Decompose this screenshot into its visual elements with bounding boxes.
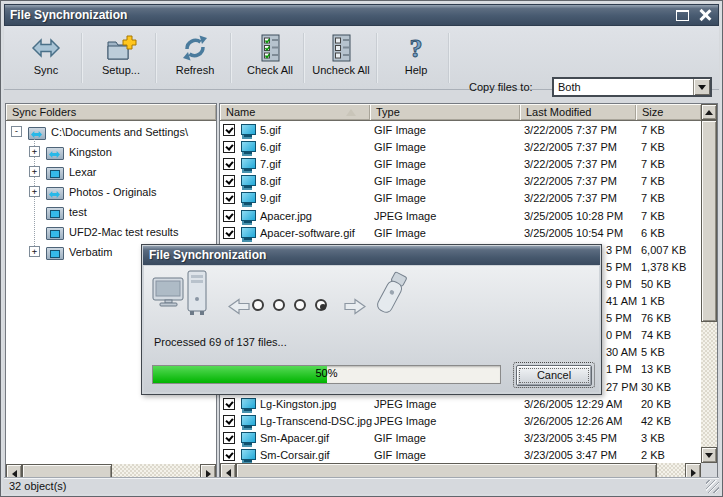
- table-row[interactable]: 6.gif GIF Image 3/22/2005 7:37 PM 7 KB: [220, 139, 701, 156]
- uncheck-all-button[interactable]: Uncheck All: [307, 33, 375, 76]
- tree-item-label[interactable]: C:\Documents and Settings\: [51, 125, 188, 140]
- tree-item-label[interactable]: UFD2-Mac test results: [69, 225, 178, 240]
- row-checkbox[interactable]: [223, 227, 235, 239]
- tree-item[interactable]: test: [6, 204, 211, 220]
- progress-dot: [273, 299, 285, 311]
- row-checkbox[interactable]: [223, 398, 235, 410]
- row-checkbox[interactable]: [223, 449, 235, 461]
- maximize-button[interactable]: [676, 10, 689, 21]
- sync-button[interactable]: Sync: [12, 33, 80, 76]
- resize-grip[interactable]: [706, 480, 719, 493]
- cell-last-modified: 3/23/2005 3:47 PM: [524, 447, 617, 463]
- monitor-file-icon: [240, 192, 256, 205]
- setup-button[interactable]: Setup...: [87, 33, 155, 76]
- tree-item-label[interactable]: Photos - Originals: [69, 185, 156, 200]
- cell-size: 7 KB: [641, 190, 665, 206]
- scrollbar-track[interactable]: [112, 464, 200, 480]
- checklist-checked-icon: [255, 33, 285, 63]
- cancel-button[interactable]: Cancel: [516, 365, 592, 386]
- scroll-up-button[interactable]: [701, 104, 717, 120]
- window-title: File Synchronization: [5, 8, 676, 22]
- tree-expander[interactable]: +: [29, 186, 40, 197]
- tree-item[interactable]: + Lexar: [6, 164, 211, 180]
- cell-size: 76 KB: [641, 310, 671, 326]
- row-checkbox[interactable]: [223, 141, 235, 153]
- scroll-left-button[interactable]: [6, 464, 22, 480]
- row-checkbox[interactable]: [223, 210, 235, 222]
- chevron-down-icon[interactable]: [693, 79, 710, 95]
- scrollbar-thumb[interactable]: [236, 463, 657, 479]
- tree-expander[interactable]: -: [11, 126, 22, 137]
- cell-name: 6.gif: [260, 139, 281, 155]
- cell-size: 3 KB: [641, 430, 665, 446]
- row-checkbox[interactable]: [223, 415, 235, 427]
- scroll-right-button[interactable]: [685, 463, 701, 479]
- cell-size: 7 KB: [641, 173, 665, 189]
- scrollbar-track[interactable]: [701, 322, 717, 447]
- close-button[interactable]: [698, 9, 712, 21]
- table-row[interactable]: 5.gif GIF Image 3/22/2005 7:37 PM 7 KB: [220, 122, 701, 139]
- tree-item-label[interactable]: Verbatim: [69, 245, 112, 260]
- cell-size: 42 KB: [641, 413, 671, 429]
- tree-item[interactable]: - C:\Documents and Settings\: [6, 124, 211, 140]
- scrollbar-thumb[interactable]: [701, 120, 717, 322]
- device-folder-icon: [46, 165, 64, 179]
- sync-arrows-icon: [31, 33, 61, 63]
- row-checkbox[interactable]: [223, 158, 235, 170]
- row-checkbox[interactable]: [223, 192, 235, 204]
- table-row[interactable]: 7.gif GIF Image 3/22/2005 7:37 PM 7 KB: [220, 156, 701, 173]
- scroll-right-button[interactable]: [200, 464, 216, 480]
- column-header-type[interactable]: Type: [370, 104, 520, 121]
- tree-item[interactable]: + Photos - Originals: [6, 184, 211, 200]
- device-folder-icon: [46, 205, 64, 219]
- table-row[interactable]: 9.gif GIF Image 3/22/2005 7:37 PM 7 KB: [220, 190, 701, 207]
- file-list-vertical-scrollbar[interactable]: [701, 104, 717, 463]
- tree-expander[interactable]: +: [29, 166, 40, 177]
- file-list-horizontal-scrollbar[interactable]: [220, 463, 701, 480]
- row-checkbox[interactable]: [223, 124, 235, 136]
- tree-expander[interactable]: +: [29, 246, 40, 257]
- column-header-last-modified[interactable]: Last Modified: [520, 104, 636, 121]
- cell-last-modified: 3/22/2005 7:37 PM: [524, 122, 617, 138]
- table-row[interactable]: Apacer-software.gif GIF Image 3/25/2005 …: [220, 225, 701, 242]
- tree-item-label[interactable]: test: [69, 205, 87, 220]
- refresh-button[interactable]: Refresh: [161, 33, 229, 76]
- tree-horizontal-scrollbar[interactable]: [6, 464, 216, 480]
- status-text: 32 object(s): [9, 480, 66, 492]
- monitor-file-icon: [240, 175, 256, 188]
- copy-files-dropdown[interactable]: Both: [552, 77, 712, 97]
- tree-item-label[interactable]: Lexar: [69, 165, 97, 180]
- table-row[interactable]: Sm-Apacer.gif GIF Image 3/23/2005 3:45 P…: [220, 430, 701, 447]
- scroll-left-button[interactable]: [220, 463, 236, 479]
- cell-name: Lg-Transcend-DSC.jpg: [260, 413, 372, 429]
- column-header-name[interactable]: Name: [220, 104, 370, 121]
- scrollbar-thumb[interactable]: [22, 464, 112, 480]
- table-row[interactable]: Lg-Kingston.jpg JPEG Image 3/26/2005 12:…: [220, 396, 701, 413]
- status-bar: 32 object(s): [4, 479, 719, 493]
- help-button[interactable]: ? Help: [382, 33, 450, 76]
- tree-item[interactable]: + Kingston: [6, 144, 211, 160]
- cell-size: 7 KB: [641, 122, 665, 138]
- column-header-last-modified-label: Last Modified: [526, 106, 591, 118]
- tree-item[interactable]: UFD2-Mac test results: [6, 224, 211, 240]
- check-all-button-label: Check All: [236, 64, 304, 76]
- toolbar-separator: [155, 33, 157, 83]
- table-row[interactable]: 8.gif GIF Image 3/22/2005 7:37 PM 7 KB: [220, 173, 701, 190]
- row-checkbox[interactable]: [223, 432, 235, 444]
- monitor-file-icon: [240, 210, 256, 223]
- scrollbar-track[interactable]: [657, 463, 685, 479]
- copy-files-dropdown-value: Both: [558, 80, 581, 94]
- table-row[interactable]: Lg-Transcend-DSC.jpg JPEG Image 3/26/200…: [220, 413, 701, 430]
- check-all-button[interactable]: Check All: [236, 33, 304, 76]
- cell-size: 6 KB: [641, 225, 665, 241]
- table-row[interactable]: Sm-Corsair.gif GIF Image 3/23/2005 3:47 …: [220, 447, 701, 464]
- toolbar-separator: [230, 33, 232, 83]
- table-row[interactable]: Apacer.jpg JPEG Image 3/25/2005 10:28 PM…: [220, 208, 701, 225]
- tree-item-label[interactable]: Kingston: [69, 145, 112, 160]
- cell-type: JPEG Image: [374, 413, 436, 429]
- progress-dot: [294, 299, 306, 311]
- row-checkbox[interactable]: [223, 175, 235, 187]
- column-header-size[interactable]: Size: [636, 104, 701, 121]
- scroll-down-button[interactable]: [701, 447, 717, 463]
- tree-expander[interactable]: +: [29, 146, 40, 157]
